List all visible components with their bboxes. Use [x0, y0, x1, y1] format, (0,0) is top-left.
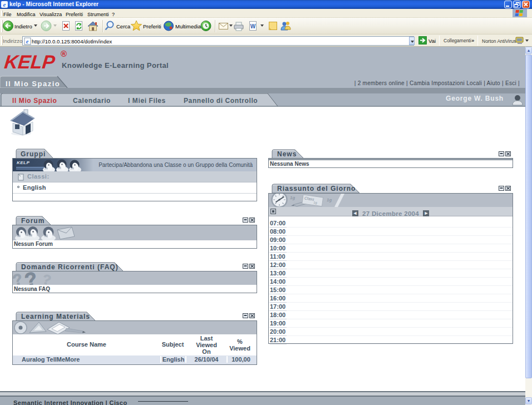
svg-text:e: e: [3, 1, 6, 8]
svg-text:W: W: [250, 23, 256, 29]
svg-text:1g: 1g: [313, 201, 317, 205]
svg-text:KELP: KELP: [17, 160, 30, 165]
svg-text:1g: 1g: [327, 197, 332, 202]
svg-text:e: e: [26, 38, 29, 45]
svg-text:1g: 1g: [290, 195, 295, 200]
